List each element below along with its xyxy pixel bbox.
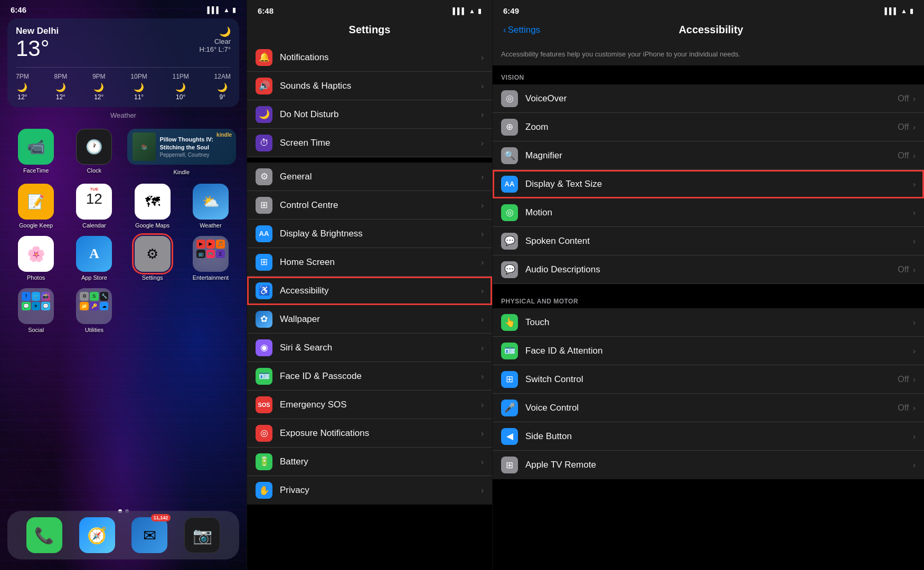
mail-dock-app[interactable]: ✉ 11,142 xyxy=(131,517,167,553)
phone2-header: Settings xyxy=(247,20,492,43)
phone1-homescreen: 6:46 ▌▌▌ ▲ ▮ New Delhi 13° 🌙 Clear H:16°… xyxy=(0,0,247,570)
acc-side-button[interactable]: ◀ Side Button › xyxy=(493,422,924,451)
phone3-statusbar: 6:49 ▌▌▌ ▲ ▮ xyxy=(493,0,924,20)
weather-app[interactable]: ⛅ Weather xyxy=(185,184,236,229)
back-button[interactable]: ‹ Settings xyxy=(503,25,540,35)
accessibility-label: Accessibility xyxy=(280,286,481,296)
settings-notifications[interactable]: 🔔 Notifications › xyxy=(247,43,492,72)
battery-icon: 🔋 xyxy=(256,453,272,470)
entertainment-folder[interactable]: ▶ ▶ 🎵 📺 🎮 Σ Entertainment xyxy=(185,236,236,281)
general-chevron: › xyxy=(481,173,484,181)
motion-label: Motion xyxy=(525,207,913,218)
settings-screentime[interactable]: ⏱ Screen Time › xyxy=(247,129,492,157)
settings-exposure[interactable]: ◎ Exposure Notifications › xyxy=(247,419,492,448)
voice-control-chevron: › xyxy=(913,404,916,412)
app-grid: 📹 FaceTime 🕐 Clock kindle 📚 Pillow Thoug… xyxy=(0,121,247,340)
acc-touch[interactable]: 👆 Touch › xyxy=(493,308,924,337)
settings-faceid[interactable]: 🪪 Face ID & Passcode › xyxy=(247,362,492,391)
notifications-icon: 🔔 xyxy=(256,49,272,66)
settings-controlcentre[interactable]: ⊞ Control Centre › xyxy=(247,191,492,220)
settings-privacy[interactable]: ✋ Privacy › xyxy=(247,476,492,505)
acc-zoom[interactable]: ⊕ Zoom Off › xyxy=(493,113,924,141)
acc-switch-control[interactable]: ⊞ Switch Control Off › xyxy=(493,365,924,394)
weather-widget[interactable]: New Delhi 13° 🌙 Clear H:16° L:7° 7PM 🌙 1… xyxy=(7,18,239,107)
faceid-att-icon: 🪪 xyxy=(501,343,518,359)
phone3-status-icons: ▌▌▌ ▲ ▮ xyxy=(885,7,913,15)
settings-donotdisturb[interactable]: 🌙 Do Not Disturb › xyxy=(247,100,492,129)
switch-control-label: Switch Control xyxy=(525,374,898,385)
acc-audio-descriptions[interactable]: 💬 Audio Descriptions Off › xyxy=(493,255,924,284)
settings-wallpaper[interactable]: ✿ Wallpaper › xyxy=(247,305,492,334)
voiceover-label: VoiceOver xyxy=(525,93,898,104)
settings-general[interactable]: ⚙ General › xyxy=(247,163,492,191)
sos-icon: SOS xyxy=(256,396,272,413)
acc-display-textsize[interactable]: AA Display & Text Size › xyxy=(493,170,924,198)
google-maps-app[interactable]: 🗺 Google Maps xyxy=(127,184,178,229)
weather-city: New Delhi xyxy=(16,26,59,36)
homescreen-label: Home Screen xyxy=(280,257,481,268)
battery-chevron: › xyxy=(481,458,484,466)
display-label: Display & Brightness xyxy=(280,229,481,239)
wifi-icon: ▲ xyxy=(223,6,230,14)
acc-apple-tv-remote[interactable]: ⊞ Apple TV Remote › xyxy=(493,451,924,479)
display-icon: AA xyxy=(256,225,272,242)
dnd-icon: 🌙 xyxy=(256,106,272,123)
calendar-app[interactable]: TUE 12 Calendar xyxy=(69,184,119,229)
vision-section-header: VISION xyxy=(493,65,924,84)
siri-label: Siri & Search xyxy=(280,343,481,353)
settings-app[interactable]: ⚙ Settings xyxy=(127,236,178,281)
exposure-icon: ◎ xyxy=(256,425,272,442)
phone2-statusbar: 6:48 ▌▌▌ ▲ ▮ xyxy=(247,0,492,20)
spoken-content-chevron: › xyxy=(913,237,916,245)
general-label: General xyxy=(280,172,481,182)
google-keep-app[interactable]: 📝 Google Keep xyxy=(11,184,61,229)
dock: 📞 🧭 ✉ 11,142 📷 xyxy=(7,511,239,559)
settings-battery[interactable]: 🔋 Battery › xyxy=(247,448,492,476)
acc-magnifier[interactable]: 🔍 Magnifier Off › xyxy=(493,141,924,170)
privacy-icon: ✋ xyxy=(256,482,272,499)
settings-gap-1 xyxy=(247,157,492,163)
safari-dock-app[interactable]: 🧭 xyxy=(79,517,115,553)
utilities-folder[interactable]: ⚙ S 🔧 📁 🔑 ☁ Utilities xyxy=(69,288,119,333)
settings-siri[interactable]: ◉ Siri & Search › xyxy=(247,334,492,362)
acc-spoken-content[interactable]: 💬 Spoken Content › xyxy=(493,227,924,255)
voice-control-label: Voice Control xyxy=(525,403,898,413)
settings-sounds[interactable]: 🔊 Sounds & Haptics › xyxy=(247,72,492,100)
voiceover-icon: ◎ xyxy=(501,90,518,107)
forecast-10pm: 10PM 🌙 11° xyxy=(130,73,147,101)
social-folder[interactable]: f 🐦 📸 💬 ✈ 💬 Social xyxy=(11,288,61,333)
clock-app[interactable]: 🕐 Clock xyxy=(69,129,119,176)
app-store-app[interactable]: A App Store xyxy=(69,236,119,281)
photos-app[interactable]: 🌸 Photos xyxy=(11,236,61,281)
screentime-label: Screen Time xyxy=(280,138,481,148)
camera-dock-app[interactable]: 📷 xyxy=(184,517,220,553)
siri-chevron: › xyxy=(481,344,484,352)
settings-sos[interactable]: SOS Emergency SOS › xyxy=(247,391,492,419)
acc-faceid-attention[interactable]: 🪪 Face ID & Attention › xyxy=(493,337,924,365)
weather-forecast: 7PM 🌙 12° 8PM 🌙 12° 9PM 🌙 12° 10PM 🌙 11°… xyxy=(16,67,231,101)
acc-gap-1 xyxy=(493,284,924,289)
settings-accessibility[interactable]: ♿ Accessibility › xyxy=(247,277,492,305)
facetime-app[interactable]: 📹 FaceTime xyxy=(11,129,61,176)
forecast-7pm: 7PM 🌙 12° xyxy=(16,73,29,101)
phone2-status-icons: ▌▌▌ ▲ ▮ xyxy=(453,7,482,15)
acc-motion[interactable]: ◎ Motion › xyxy=(493,198,924,227)
phone-dock-app[interactable]: 📞 xyxy=(26,517,62,553)
settings-title: Settings xyxy=(258,24,482,36)
acc-voice-control[interactable]: 🎤 Voice Control Off › xyxy=(493,394,924,422)
weather-highlow: H:16° L:7° xyxy=(199,45,231,53)
physical-motor-section-header: PHYSICAL AND MOTOR xyxy=(493,289,924,308)
phone2-settings: 6:48 ▌▌▌ ▲ ▮ Settings 🔔 Notifications › … xyxy=(247,0,493,570)
sos-chevron: › xyxy=(481,401,484,409)
kindle-widget[interactable]: kindle 📚 Pillow Thoughts IV:Stitching th… xyxy=(127,129,237,176)
wifi-icon: ▲ xyxy=(469,7,475,15)
wifi-icon: ▲ xyxy=(901,7,907,15)
settings-display[interactable]: AA Display & Brightness › xyxy=(247,220,492,248)
privacy-label: Privacy xyxy=(280,485,481,496)
side-button-label: Side Button xyxy=(525,431,913,442)
wallpaper-label: Wallpaper xyxy=(280,314,481,325)
battery-icon: ▮ xyxy=(478,7,482,15)
faceid-att-chevron: › xyxy=(913,347,916,355)
acc-voiceover[interactable]: ◎ VoiceOver Off › xyxy=(493,84,924,113)
settings-homescreen[interactable]: ⊞ Home Screen › xyxy=(247,248,492,277)
